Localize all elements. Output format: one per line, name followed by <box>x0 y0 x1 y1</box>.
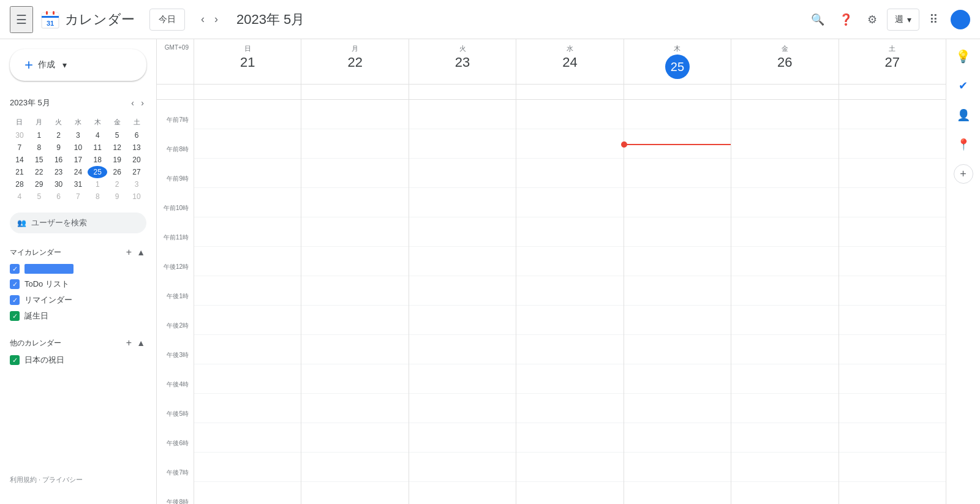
hour-cell[interactable] <box>839 188 946 217</box>
mini-cal-day[interactable]: 7 <box>69 190 88 203</box>
hour-cell[interactable] <box>301 335 408 364</box>
add-sidebar-button[interactable]: + <box>954 164 973 184</box>
hour-cell[interactable] <box>731 129 838 159</box>
hour-cell[interactable] <box>516 159 623 188</box>
hour-cell[interactable] <box>301 453 408 482</box>
hour-cell[interactable] <box>194 100 301 129</box>
mini-cal-day[interactable]: 29 <box>29 178 49 190</box>
hour-cell[interactable] <box>731 364 838 394</box>
hour-cell[interactable] <box>516 276 623 306</box>
hour-cell[interactable] <box>301 159 408 188</box>
hour-cell[interactable] <box>194 129 301 159</box>
hour-cell[interactable] <box>194 306 301 335</box>
hour-cell[interactable] <box>516 100 623 129</box>
hour-cell[interactable] <box>409 482 516 504</box>
mini-cal-day[interactable]: 10 <box>127 190 146 203</box>
hour-cell[interactable] <box>301 276 408 306</box>
avatar[interactable] <box>951 10 970 29</box>
hour-cell[interactable] <box>409 129 516 159</box>
hour-cell[interactable] <box>839 423 946 453</box>
apps-button[interactable]: ⠿ <box>924 7 943 32</box>
hour-cell[interactable] <box>839 100 946 129</box>
add-other-calendar-icon[interactable]: + <box>125 336 133 350</box>
hour-cell[interactable] <box>839 247 946 276</box>
hour-cell[interactable] <box>194 453 301 482</box>
calendar-checkbox[interactable]: ✓ <box>10 295 20 305</box>
hour-cell[interactable] <box>731 247 838 276</box>
hour-cell[interactable] <box>731 394 838 423</box>
hour-cell[interactable] <box>409 276 516 306</box>
mini-cal-day[interactable]: 8 <box>29 141 49 154</box>
mini-cal-day[interactable]: 4 <box>88 129 107 141</box>
mini-cal-day[interactable]: 8 <box>88 190 107 203</box>
mini-cal-day[interactable]: 6 <box>127 129 146 141</box>
hour-cell[interactable] <box>624 188 731 217</box>
hour-cell[interactable] <box>624 159 731 188</box>
hour-cell[interactable] <box>839 276 946 306</box>
hour-cell[interactable] <box>194 364 301 394</box>
day-header[interactable]: 月22 <box>301 39 408 84</box>
mini-cal-day[interactable]: 5 <box>107 129 127 141</box>
day-header[interactable]: 木25 <box>624 39 731 84</box>
hour-cell[interactable] <box>409 217 516 247</box>
hour-cell[interactable] <box>194 482 301 504</box>
day-header[interactable]: 土27 <box>839 39 946 84</box>
hour-cell[interactable] <box>516 335 623 364</box>
hour-cell[interactable] <box>409 364 516 394</box>
hour-cell[interactable] <box>409 159 516 188</box>
hour-cell[interactable] <box>194 217 301 247</box>
mini-cal-day[interactable]: 15 <box>29 154 49 166</box>
contacts-icon[interactable]: 👤 <box>951 103 976 127</box>
hour-cell[interactable] <box>516 306 623 335</box>
mini-cal-day[interactable]: 18 <box>88 154 107 166</box>
hour-cell[interactable] <box>731 159 838 188</box>
hour-cell[interactable] <box>194 188 301 217</box>
tasks-icon[interactable]: ✔ <box>951 73 976 98</box>
hour-cell[interactable] <box>731 306 838 335</box>
hour-cell[interactable] <box>839 306 946 335</box>
mini-cal-day[interactable]: 19 <box>107 154 127 166</box>
hour-cell[interactable] <box>624 423 731 453</box>
collapse-other-icon[interactable]: ▲ <box>135 337 146 349</box>
hour-cell[interactable] <box>301 247 408 276</box>
hour-cell[interactable] <box>301 306 408 335</box>
hour-cell[interactable] <box>839 482 946 504</box>
mini-cal-day[interactable]: 30 <box>49 178 69 190</box>
search-button[interactable]: 🔍 <box>806 8 829 31</box>
hour-cell[interactable] <box>731 276 838 306</box>
hour-cell[interactable] <box>516 482 623 504</box>
hour-cell[interactable] <box>624 364 731 394</box>
hour-cell[interactable] <box>731 217 838 247</box>
hour-cell[interactable] <box>624 100 731 129</box>
hour-cell[interactable] <box>409 394 516 423</box>
settings-button[interactable]: ⚙ <box>862 8 882 31</box>
mini-cal-day[interactable]: 3 <box>69 129 88 141</box>
hour-cell[interactable] <box>516 394 623 423</box>
hour-cell[interactable] <box>301 394 408 423</box>
mini-cal-day[interactable]: 17 <box>69 154 88 166</box>
hour-cell[interactable] <box>624 394 731 423</box>
other-calendar-item[interactable]: ✓日本の祝日 <box>0 352 156 368</box>
hour-cell[interactable] <box>624 453 731 482</box>
hour-cell[interactable] <box>839 129 946 159</box>
mini-cal-day[interactable]: 24 <box>69 166 88 178</box>
mini-cal-day[interactable]: 31 <box>69 178 88 190</box>
hour-cell[interactable] <box>516 129 623 159</box>
hour-cell[interactable] <box>731 482 838 504</box>
my-calendar-item[interactable]: ✓リマインダー <box>0 292 156 308</box>
mini-cal-day[interactable]: 1 <box>29 129 49 141</box>
create-button[interactable]: + 作成 ▾ <box>10 49 146 81</box>
hour-cell[interactable] <box>624 306 731 335</box>
mini-cal-day[interactable]: 2 <box>49 129 69 141</box>
mini-cal-day[interactable]: 26 <box>107 166 127 178</box>
mini-cal-day[interactable]: 13 <box>127 141 146 154</box>
my-calendar-item[interactable]: ✓ToDo リスト <box>0 276 156 292</box>
mini-cal-day[interactable]: 27 <box>127 166 146 178</box>
hour-cell[interactable] <box>409 306 516 335</box>
today-button[interactable]: 今日 <box>149 9 185 31</box>
mini-cal-prev[interactable]: ‹ <box>129 96 137 110</box>
my-calendar-item[interactable]: ✓ <box>0 261 156 276</box>
help-button[interactable]: ❓ <box>834 8 858 31</box>
mini-cal-day[interactable]: 16 <box>49 154 69 166</box>
hour-cell[interactable] <box>839 394 946 423</box>
